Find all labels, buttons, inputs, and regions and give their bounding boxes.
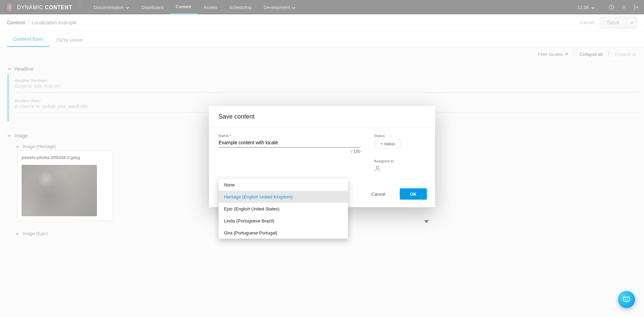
svg-point-4 (376, 166, 379, 168)
modal-title: Save content (209, 106, 435, 127)
locale-option-heritage[interactable]: Heritage (English United Kingdom) (219, 191, 348, 203)
svg-marker-5 (424, 220, 429, 223)
svg-point-7 (625, 299, 626, 300)
chat-fab[interactable] (618, 291, 635, 308)
locale-option-gira[interactable]: Gira (Portuguese Portugal) (219, 227, 348, 239)
modal-ok-button[interactable]: OK (400, 188, 427, 199)
locale-option-linda[interactable]: Linda (Portuguese Brazil) (219, 215, 348, 227)
save-content-modal: Save content Name * / 150 Status + statu… (209, 106, 435, 207)
modal-assigned-label: Assigned to (374, 159, 425, 163)
modal-status-label: Status (374, 133, 425, 137)
modal-name-count: / 150 (219, 149, 360, 154)
locale-option-none[interactable]: None (219, 179, 348, 191)
modal-cancel-button[interactable]: Cancel (361, 188, 395, 199)
user-icon[interactable] (374, 165, 381, 172)
svg-point-8 (627, 299, 628, 300)
dropdown-caret-icon[interactable] (424, 219, 429, 224)
status-chip[interactable]: + status (374, 139, 401, 148)
modal-name-input[interactable] (219, 137, 360, 147)
modal-name-field: Name * / 150 (219, 133, 360, 154)
locale-dropdown: None Heritage (English United Kingdom) E… (219, 179, 348, 239)
svg-rect-6 (623, 297, 630, 301)
modal-name-label: Name * (219, 133, 360, 137)
locale-option-epic[interactable]: Epic (English United States) (219, 203, 348, 215)
modal-assigned: Assigned to (374, 159, 425, 173)
